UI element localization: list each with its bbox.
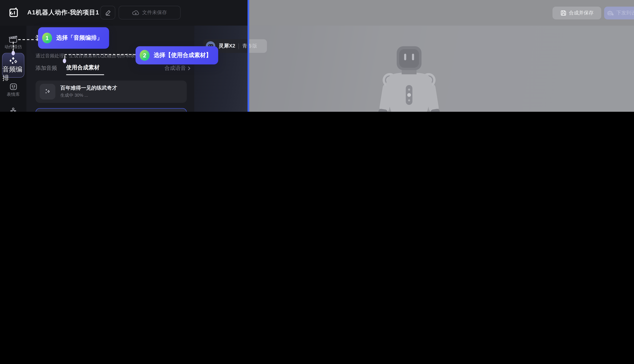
person-icon	[9, 107, 17, 112]
cloud-icon	[132, 10, 139, 16]
connector-line	[13, 42, 14, 51]
save-status-label: 文件未保存	[142, 9, 167, 16]
rename-project-button[interactable]	[100, 6, 115, 20]
synthesize-save-button[interactable]: 合成并保存	[552, 6, 601, 20]
audio-item-title: 百年难得一见的练武奇才	[60, 85, 117, 92]
pencil-icon	[105, 10, 111, 16]
badge-divider	[238, 43, 239, 49]
step-text: 选择【使用合成素材】	[154, 52, 211, 59]
connector-dot	[63, 59, 66, 63]
step-text: 选择「音频编排」	[56, 34, 102, 42]
file-save-status: 文件未保存	[119, 6, 181, 20]
sidebar: 动作模仿 音频编排 表情库 动作库 音频库	[0, 26, 27, 112]
audio-item-selected[interactable]: 哈哈大笑声音-点击状态 00:03	[36, 108, 187, 112]
robot-download-icon	[607, 10, 614, 16]
tab-add-audio[interactable]: 添加音频	[36, 64, 57, 72]
chevron-right-icon	[188, 66, 191, 70]
synth-voice-label: 合成语音	[164, 64, 186, 72]
ai-sparkle-icon	[40, 84, 55, 100]
diamonds-icon	[9, 57, 18, 65]
model-name: 灵犀X2	[219, 42, 235, 50]
app-logo-icon	[8, 7, 20, 18]
step-number-badge: 1	[42, 32, 52, 43]
audio-item-generating[interactable]: 百年难得一见的练武奇才 生成中 30% ...	[36, 80, 187, 103]
connector-line	[64, 55, 65, 59]
sidebar-item-motion-library[interactable]: 动作库	[0, 107, 27, 112]
robot-face-icon	[9, 83, 18, 90]
save-icon	[560, 10, 566, 16]
sidebar-item-expression-library[interactable]: 表情库	[0, 83, 27, 98]
active-tab-underline	[66, 74, 104, 75]
connector-line	[64, 54, 136, 55]
deploy-to-device-button[interactable]: 下发到设备	[604, 6, 634, 20]
tab-use-synth-material[interactable]: 使用合成素材	[66, 64, 100, 72]
app-window: 灵犀X2 青春版 A1机器人动作-我的项目1 文件未保存	[0, 0, 634, 112]
project-title: A1机器人动作-我的项目1	[27, 8, 99, 16]
tutorial-step-2: 2 选择【使用合成素材】	[136, 46, 218, 64]
connector-line	[18, 39, 38, 40]
sidebar-item-label: 表情库	[0, 92, 27, 98]
sidebar-item-audio-arrange[interactable]: 音频编排	[2, 53, 24, 78]
robot-model[interactable]	[358, 40, 461, 112]
step-number-badge: 2	[140, 50, 150, 61]
audio-item-status: 生成中 30% ...	[60, 92, 88, 98]
synth-voice-link[interactable]: 合成语音	[164, 64, 190, 72]
tutorial-step-1: 1 选择「音频编排」	[38, 27, 109, 49]
sidebar-item-label: 音频编排	[3, 66, 22, 81]
synthesize-save-label: 合成并保存	[569, 10, 594, 16]
deploy-label: 下发到设备	[616, 10, 634, 16]
connector-dot	[12, 51, 15, 55]
